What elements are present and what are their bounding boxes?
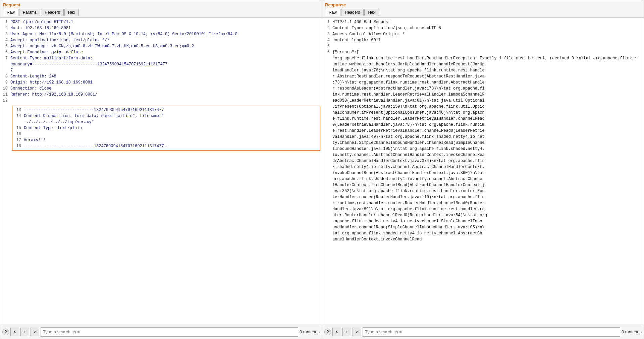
- request-tab-params[interactable]: Params: [19, 9, 40, 16]
- request-title: Request: [3, 2, 319, 7]
- response-tab-bar: Raw Headers Hex: [325, 9, 641, 16]
- request-highlighted-block: 13 -----------------------------13247690…: [12, 106, 320, 151]
- response-line-7l: 0(LeaderRetrievalHandler.java:78)\n\tat …: [322, 122, 644, 128]
- response-line-7g: ink.runtime.rest.handler.LeaderRetrieval…: [322, 92, 644, 98]
- request-tab-bar: Raw Params Headers Hex: [3, 9, 319, 16]
- response-search-input[interactable]: [363, 327, 620, 337]
- response-line-7j: nalConsumer.ifPresent(OptionalConsumer.j…: [322, 110, 644, 116]
- request-hl-line-16: 16: [14, 131, 318, 137]
- response-line-7c: loadHandler.java:76)\n\tat org.apache.fl…: [322, 67, 644, 73]
- request-line-12: 12: [0, 98, 322, 104]
- request-line-9: 9 Origin: http://192.168.18.169:8081: [0, 79, 322, 86]
- request-search-input[interactable]: [41, 327, 298, 337]
- request-prev-button[interactable]: <: [10, 328, 19, 336]
- request-help-button[interactable]: ?: [2, 329, 9, 335]
- request-hl-line-18: 18 -----------------------------13247690…: [14, 143, 318, 149]
- response-line-7z: Handler.java:89)\n\tat org.apache.flink.…: [322, 206, 644, 212]
- response-content: 1 HTTP/1.1 400 Bad Request 2 Content-Typ…: [322, 18, 644, 325]
- response-line-7h: ead0$0(LeaderRetrievalHandler.java:81)\n…: [322, 98, 644, 104]
- response-line-7d: r.AbstractRestHandler.respondToRequest(A…: [322, 73, 644, 79]
- request-line-1: 1 POST /jars/upload HTTP/1.1: [0, 19, 322, 25]
- response-line-7f: r.respondAsLeader(AbstractHandler.java:1…: [322, 86, 644, 92]
- request-tab-raw[interactable]: Raw: [3, 9, 18, 16]
- request-header: Request Raw Params Headers Hex: [0, 0, 322, 18]
- response-line-7: "org.apache.flink.runtime.rest.handler.R…: [322, 55, 644, 61]
- response-line-7x: terHandler.routed(RouterHandler.java:110…: [322, 194, 644, 200]
- response-help-button[interactable]: ?: [324, 329, 331, 335]
- response-line-7n: valHandler.java:49)\n\tat org.apache.fli…: [322, 134, 644, 140]
- response-line-7v: lHandlerContext.fireChannelRead(Abstract…: [322, 182, 644, 188]
- response-line-3: 3 Access-Control-Allow-Origin: *: [322, 31, 644, 37]
- request-line-3: 3 User-Agent: Mozilla/5.0 (Macintosh; In…: [0, 31, 322, 37]
- response-tab-raw[interactable]: Raw: [325, 9, 340, 16]
- response-prev-button[interactable]: <: [332, 328, 341, 336]
- response-line-7r: d(AbstractChannelHandlerContext.java:374…: [322, 158, 644, 164]
- response-line-7t: invokeChannelRead(AbstractChannelHandler…: [322, 170, 644, 176]
- response-tab-headers[interactable]: Headers: [341, 9, 364, 16]
- request-hl-line-13: 13 -----------------------------13247690…: [14, 107, 318, 113]
- request-code-block: 1 POST /jars/upload HTTP/1.1 2 Host: 192…: [0, 18, 322, 105]
- response-line-7q: io.netty.channel.AbstractChannelHandlerC…: [322, 152, 644, 158]
- request-next-button[interactable]: >: [31, 328, 39, 336]
- request-panel: Request Raw Params Headers Hex 1 POST /j…: [0, 0, 322, 339]
- response-line-7ab: .apache.flink.shaded.netty4.io.netty.cha…: [322, 218, 644, 224]
- request-tab-hex[interactable]: Hex: [64, 9, 79, 16]
- request-add-button[interactable]: +: [20, 328, 29, 336]
- response-code-block: 1 HTTP/1.1 400 Bad Request 2 Content-Typ…: [322, 18, 644, 244]
- request-line-6: 6 Accept-Encoding: gzip, deflate: [0, 49, 322, 55]
- response-line-7ad: tat org.apache.flink.shaded.netty4 io.ne…: [322, 230, 644, 236]
- request-content: 1 POST /jars/upload HTTP/1.1 2 Host: 192…: [0, 18, 322, 325]
- request-line-5: 5 Accept-Language: zh-CN,zh;q=0.8,zh-TW;…: [0, 43, 322, 49]
- response-title: Response: [325, 2, 641, 7]
- response-tab-hex[interactable]: Hex: [364, 9, 379, 16]
- request-line-7c: 7: [0, 67, 322, 73]
- response-panel: Response Raw Headers Hex 1 HTTP/1.1 400 …: [322, 0, 644, 339]
- response-line-6: 6 {"errors":[: [322, 49, 644, 55]
- response-line-1: 1 HTTP/1.1 400 Bad Request: [322, 19, 644, 25]
- response-line-7u: org.apache.flink.shaded.netty4.io.netty.…: [322, 176, 644, 182]
- response-line-7i: .ifPresent(Optional.java:159)\n\tat org.…: [322, 104, 644, 110]
- response-next-button[interactable]: >: [353, 328, 361, 336]
- response-line-7m: e.rest.handler.LeaderRetrievalHandler.ch…: [322, 128, 644, 134]
- response-line-4: 4 content-length: 6017: [322, 37, 644, 43]
- request-line-4: 4 Accept: application/json, text/plain, …: [0, 37, 322, 43]
- request-hl-line-17: 17 Veraxy!!!: [14, 137, 318, 143]
- request-matches-label: 0 matches: [300, 329, 320, 334]
- response-line-7ac: undHandler.channelRead(SimpleChannelInbo…: [322, 224, 644, 230]
- response-line-7k: e.flink.runtime.rest.handler.LeaderRetri…: [322, 116, 644, 122]
- response-line-7ae: annelHandlerContext.invokeChannelRead: [322, 236, 644, 242]
- request-line-11: 11 Referer: http://192.168.18.169:8081/: [0, 92, 322, 98]
- response-line-7p: lInboundHandler.java:105)\n\tat org.apac…: [322, 146, 644, 152]
- response-header: Response Raw Headers Hex: [322, 0, 644, 18]
- response-line-7o: ty.channel.SimpleChannelInboundHandler.c…: [322, 140, 644, 146]
- response-line-7e: :73)\n\tat org.apache.flink.runtime.rest…: [322, 79, 644, 86]
- response-line-5: 5: [322, 43, 644, 49]
- request-line-10: 10 Connection: close: [0, 86, 322, 92]
- request-hl-line-14: 14 Content-Disposition: form-data; name=…: [14, 113, 318, 119]
- request-hl-line-15: 15 Content-Type: text/plain: [14, 125, 318, 131]
- request-line-7b: boundary=---------------------------1324…: [0, 61, 322, 67]
- response-line-7y: k.runtime.rest.handler.router.RouterHand…: [322, 200, 644, 206]
- request-line-8: 8 Content-Length: 248: [0, 73, 322, 79]
- response-line-7b: untime.webmonitor.handlers.JarUploadHand…: [322, 61, 644, 67]
- request-line-2: 2 Host: 192.168.18.169:8081: [0, 25, 322, 31]
- response-line-7s: k.shaded.netty4.io.netty.channel.Abstrac…: [322, 164, 644, 170]
- response-line-7aa: uter.RouterHandler.channelRead0(RouterHa…: [322, 212, 644, 218]
- request-tab-headers[interactable]: Headers: [41, 9, 63, 16]
- response-matches-label: 0 matches: [622, 329, 642, 334]
- request-line-7: 7 Content-Type: multipart/form-data;: [0, 55, 322, 61]
- response-footer: ? < + > 0 matches: [322, 325, 644, 339]
- response-line-7w: ava:352)\n\tat org.apache.flink.runtime.…: [322, 188, 644, 194]
- response-line-2: 2 Content-Type: application/json; charse…: [322, 25, 644, 31]
- request-footer: ? < + > 0 matches: [0, 325, 322, 339]
- request-hl-line-14b: ../../../../../../tmp/veraxy": [14, 119, 318, 125]
- response-add-button[interactable]: +: [342, 328, 351, 336]
